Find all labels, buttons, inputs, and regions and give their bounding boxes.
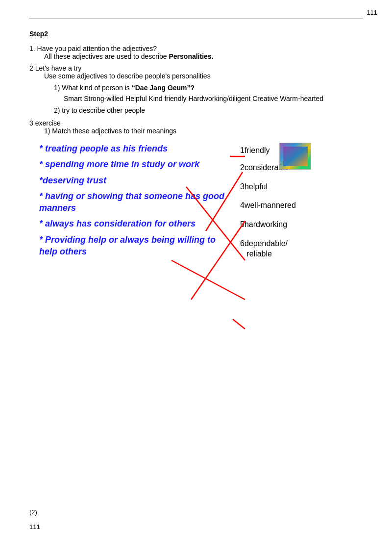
match-container: * treating people as his friends * spend… bbox=[39, 143, 363, 349]
right-column: 1friendly 2considerable 3helpful 4well-m… bbox=[240, 143, 348, 268]
question-3: 3 exercise 1) Match these adjectives to … bbox=[29, 119, 363, 135]
left-item-1: * treating people as his friends bbox=[39, 143, 235, 154]
svg-line-5 bbox=[233, 319, 245, 329]
svg-line-3 bbox=[172, 260, 245, 300]
q2-sub2: 2) try to describe other people bbox=[54, 106, 363, 114]
q1-indent: All these adjectives are used to describ… bbox=[44, 52, 363, 60]
left-column: * treating people as his friends * spend… bbox=[39, 143, 235, 261]
deco-image bbox=[279, 143, 311, 170]
right-item-1: 1friendly bbox=[240, 146, 270, 154]
step-title: Step2 bbox=[29, 30, 363, 38]
left-item-4: * having or showing that someone has goo… bbox=[39, 190, 235, 214]
q2-sub1-bold: “Dae Jang Geum”? bbox=[132, 84, 195, 92]
left-item-6: * Providing help or always being willing… bbox=[39, 234, 235, 258]
adjectives-line: Smart Strong-willed Helpful Kind friendl… bbox=[64, 95, 363, 102]
q2-text: 2 Let's have a try bbox=[29, 64, 363, 72]
page-number-top: 111 bbox=[367, 9, 377, 16]
right-item-6: 6dependable/ reliable bbox=[240, 239, 348, 259]
q2-sub1: 1) What kind of person is “Dae Jang Geum… bbox=[54, 84, 363, 92]
q1-text: 1. Have you paid attention the adjective… bbox=[29, 45, 363, 52]
right-item-3: 3helpful bbox=[240, 182, 348, 192]
page-number-bottom: 111 bbox=[29, 523, 40, 530]
right-item-5: 5hardworking bbox=[240, 220, 348, 230]
paren-two: (2) bbox=[29, 508, 37, 516]
top-border bbox=[29, 19, 363, 19]
q3-sub1: 1) Match these adjectives to their meani… bbox=[44, 127, 363, 135]
left-item-5: * always has consideration for others bbox=[39, 218, 235, 229]
q3-text: 3 exercise bbox=[29, 119, 363, 127]
q1-indent-text: All these adjectives are used to describ… bbox=[44, 52, 169, 60]
q2-indent1: Use some adjectives to describe people's… bbox=[44, 72, 363, 80]
question-2: 2 Let's have a try Use some adjectives t… bbox=[29, 64, 363, 114]
left-item-2: * spending more time in study or work bbox=[39, 158, 235, 170]
right-item-4: 4well-mannered bbox=[240, 201, 348, 211]
page-container: 111 Step2 1. Have you paid attention the… bbox=[0, 0, 392, 555]
question-1: 1. Have you paid attention the adjective… bbox=[29, 45, 363, 60]
left-item-3: *deserving trust bbox=[39, 175, 235, 186]
q1-bold: Personalities. bbox=[169, 52, 213, 60]
deco-inner bbox=[283, 147, 308, 166]
q2-sub1-label: 1) What kind of person is bbox=[54, 84, 132, 92]
